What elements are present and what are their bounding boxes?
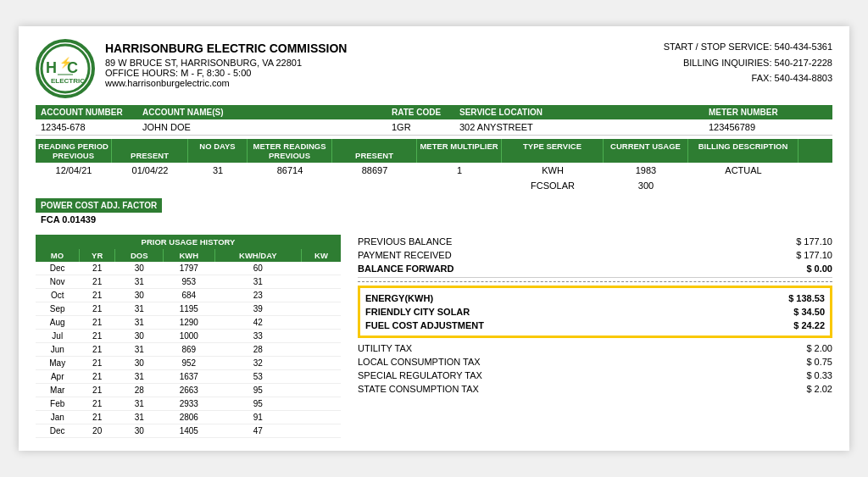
list-item: 21 <box>79 370 114 384</box>
current-usage-value-1: 1983 <box>604 163 688 178</box>
rate-code-value: 1GR <box>392 122 459 132</box>
list-item: 1797 <box>163 262 214 275</box>
local-consumption-label: LOCAL CONSUMPTION TAX <box>358 357 481 367</box>
svg-text:C: C <box>67 59 78 76</box>
list-item: Jul <box>36 330 79 343</box>
list-item: 30 <box>115 330 164 343</box>
company-name: HARRISONBURG ELECTRIC COMMISSION <box>105 39 347 58</box>
table-row: Jul2130100033 <box>36 330 341 343</box>
balance-forward-value: $ 0.00 <box>806 263 832 274</box>
local-consumption-row: LOCAL CONSUMPTION TAX $ 0.75 <box>358 355 832 369</box>
power-cost-section: POWER COST ADJ. FACTOR FCA 0.01439 <box>36 198 832 226</box>
friendly-city-row: FRIENDLY CITY SOLAR $ 34.50 <box>365 305 825 319</box>
bottom-section: PRIOR USAGE HISTORY MO YR DOS KWH KWH/DA… <box>36 235 832 438</box>
current-usage-header: CURRENT USAGE <box>604 139 688 163</box>
list-item: Dec <box>36 424 79 438</box>
list-item: 953 <box>163 275 214 289</box>
account-section: ACCOUNT NUMBER ACCOUNT NAME(S) RATE CODE… <box>36 105 832 136</box>
list-item: 95 <box>214 384 301 397</box>
payment-received-row: PAYMENT RECEIVED $ 177.10 <box>358 248 832 262</box>
list-item: 30 <box>115 357 164 370</box>
list-item: 2663 <box>163 384 214 397</box>
previous-balance-value: $ 177.10 <box>796 236 832 247</box>
table-row: Apr2131163753 <box>36 370 341 384</box>
list-item: 30 <box>115 424 164 438</box>
friendly-city-label: FRIENDLY CITY SOLAR <box>365 307 470 317</box>
table-row: Jan2131280691 <box>36 411 341 424</box>
list-item: 91 <box>214 411 301 424</box>
list-item: 2933 <box>163 397 214 411</box>
special-regulatory-row: SPECIAL REGULATORY TAX $ 0.33 <box>358 369 832 382</box>
type-service-header: TYPE SERVICE <box>502 139 604 163</box>
service-location-value: 302 ANYSTREET <box>459 122 709 132</box>
table-row: Dec2130179760 <box>36 262 341 275</box>
friendly-city-value: $ 34.50 <box>793 307 825 317</box>
list-item: 21 <box>79 357 114 370</box>
list-item: 684 <box>163 289 214 302</box>
col-kwh: KWH <box>163 249 214 262</box>
list-item: 21 <box>79 397 114 411</box>
table-row: Nov213195331 <box>36 275 341 289</box>
meter-data-row-1: 12/04/21 01/04/22 31 86714 88697 1 KWH 1… <box>36 163 832 178</box>
list-item: Apr <box>36 370 79 384</box>
list-item: Jan <box>36 411 79 424</box>
meter-present-value: 88697 <box>332 163 417 178</box>
list-item: 1405 <box>163 424 214 438</box>
state-consumption-row: STATE CONSUMPTION TAX $ 2.02 <box>358 382 832 396</box>
list-item: 21 <box>79 384 114 397</box>
list-item <box>301 316 341 330</box>
list-item: 1000 <box>163 330 214 343</box>
prior-usage-section: PRIOR USAGE HISTORY MO YR DOS KWH KWH/DA… <box>36 235 341 438</box>
billing-inquiries: BILLING INQUIRIES: 540-217-2228 <box>664 55 832 71</box>
svg-text:H: H <box>46 59 57 76</box>
list-item: Dec <box>36 262 79 275</box>
list-item <box>301 424 341 438</box>
service-location-header: SERVICE LOCATION <box>459 108 709 117</box>
header: H ⚡ C ELECTRIC HARRISONBURG ELECTRIC COM… <box>36 39 832 98</box>
list-item: 39 <box>214 302 301 316</box>
billing-desc-header: BILLING DESCRIPTION <box>688 139 798 163</box>
table-row: Mar2128266395 <box>36 384 341 397</box>
col-kw: KW <box>301 249 341 262</box>
list-item: Oct <box>36 289 79 302</box>
account-number-value: 12345-678 <box>41 122 142 132</box>
reading-present-value: 01/04/22 <box>112 163 188 178</box>
list-item: 28 <box>115 384 164 397</box>
payment-received-value: $ 177.10 <box>796 250 832 260</box>
utility-tax-row: UTILITY TAX $ 2.00 <box>358 341 832 355</box>
fuel-cost-value: $ 24.22 <box>793 320 825 330</box>
charges-section: PREVIOUS BALANCE $ 177.10 PAYMENT RECEIV… <box>358 235 832 438</box>
list-item: 2806 <box>163 411 214 424</box>
energy-row: ENERGY(KWH) $ 138.53 <box>365 291 825 305</box>
account-name-value: JOHN DOE <box>142 122 392 132</box>
list-item: 21 <box>79 289 114 302</box>
list-item <box>301 343 341 357</box>
table-row: Jun213186928 <box>36 343 341 357</box>
prior-usage-header: MO YR DOS KWH KWH/DAY KW <box>36 249 341 262</box>
list-item: Sep <box>36 302 79 316</box>
start-stop-service: START / STOP SERVICE: 540-434-5361 <box>664 39 832 55</box>
company-address1: 89 W BRUCE ST, HARRISONBURG, VA 22801 <box>105 58 347 68</box>
list-item: 21 <box>79 411 114 424</box>
power-cost-label: POWER COST ADJ. FACTOR <box>36 198 162 213</box>
list-item: Mar <box>36 384 79 397</box>
multiplier-value: 1 <box>417 163 502 178</box>
balance-forward-row: BALANCE FORWARD $ 0.00 <box>358 262 832 278</box>
list-item: 21 <box>79 316 114 330</box>
company-website: www.harrisonburgelectric.com <box>105 78 347 88</box>
list-item: 30 <box>115 289 164 302</box>
list-item <box>301 262 341 275</box>
reading-present-header: X PRESENT <box>112 139 188 163</box>
list-item: 23 <box>214 289 301 302</box>
list-item <box>301 289 341 302</box>
list-item: 1637 <box>163 370 214 384</box>
meter-section: READING PERIOD PREVIOUS X PRESENT NO DAY… <box>36 139 832 193</box>
col-yr: YR <box>79 249 114 262</box>
company-hours: OFFICE HOURS: M - F, 8:30 - 5:00 <box>105 68 347 78</box>
list-item: Jun <box>36 343 79 357</box>
list-item: 31 <box>115 411 164 424</box>
state-consumption-label: STATE CONSUMPTION TAX <box>358 384 479 394</box>
energy-label: ENERGY(KWH) <box>365 293 433 303</box>
list-item: 20 <box>79 424 114 438</box>
list-item: 869 <box>163 343 214 357</box>
